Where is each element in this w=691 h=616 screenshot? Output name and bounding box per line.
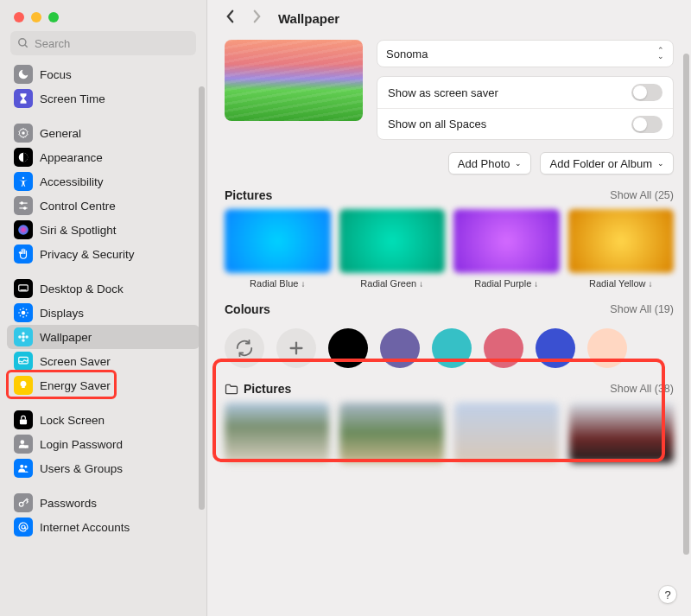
chevron-down-icon: ⌄	[657, 159, 664, 168]
screensaver-icon	[14, 352, 33, 371]
sidebar-item-wallpaper[interactable]: Wallpaper	[7, 325, 200, 349]
forward-button[interactable]	[251, 9, 263, 28]
sidebar-item-label: Focus	[40, 68, 72, 81]
main-scrollbar[interactable]	[683, 54, 689, 555]
show-screensaver-toggle[interactable]	[631, 84, 662, 101]
colours-title: Colours	[225, 302, 270, 316]
svg-line-1	[25, 45, 28, 48]
chevron-updown-icon: ⌃⌄	[657, 48, 664, 60]
folder-photo-thumbnail[interactable]	[339, 403, 444, 463]
svg-point-30	[20, 465, 23, 468]
sidebar-item-screen-saver[interactable]: Screen Saver	[7, 349, 200, 373]
folder-photo-thumbnail[interactable]	[569, 403, 674, 463]
minimize-window-button[interactable]	[31, 12, 41, 22]
topbar: Wallpaper	[207, 0, 691, 40]
pictures-folder-section: Pictures Show All (38)	[207, 382, 691, 477]
moon-icon	[14, 65, 33, 84]
close-window-button[interactable]	[14, 12, 24, 22]
bulb-icon	[14, 376, 33, 395]
svg-point-24	[18, 335, 22, 339]
sidebar-item-general[interactable]: General	[7, 121, 200, 145]
chevron-down-icon: ⌄	[515, 159, 522, 168]
sidebar-item-energy-saver[interactable]: Energy Saver	[7, 373, 200, 397]
folder-photo-thumbnail[interactable]	[454, 403, 559, 463]
svg-point-32	[19, 502, 23, 506]
thumbnail-label: Radial Yellow↓	[589, 278, 652, 289]
folder-photo-thumbnail[interactable]	[225, 403, 329, 463]
wallpaper-preview[interactable]	[225, 40, 363, 121]
pictures-folder-show-all[interactable]: Show All (38)	[610, 383, 674, 395]
sidebar-item-appearance[interactable]: Appearance	[7, 145, 200, 169]
colour-swatch[interactable]	[432, 328, 472, 368]
sidebar-item-passwords[interactable]: Passwords	[7, 491, 200, 515]
add-folder-button[interactable]: Add Folder or Album ⌄	[540, 152, 674, 175]
wallpaper-thumbnail[interactable]: Radial Yellow↓	[568, 209, 675, 289]
sidebar-item-login-password[interactable]: Login Password	[7, 432, 200, 456]
colours-show-all[interactable]: Show All (19)	[610, 303, 674, 315]
svg-point-12	[22, 311, 26, 315]
sidebar-item-desktop-dock[interactable]: Desktop & Dock	[7, 276, 200, 301]
svg-point-28	[21, 440, 25, 444]
colour-swatch[interactable]	[536, 328, 575, 368]
gear-icon	[14, 124, 33, 143]
shuffle-button[interactable]	[225, 328, 264, 368]
sidebar-item-control-centre[interactable]: Control Centre	[7, 194, 200, 218]
show-as-screensaver-row: Show as screen saver	[377, 77, 673, 108]
sidebar-item-internet-accounts[interactable]: Internet Accounts	[7, 515, 200, 539]
wallpaper-name: Sonoma	[386, 48, 428, 60]
sidebar-item-lock-screen[interactable]: Lock Screen	[7, 408, 200, 432]
back-button[interactable]	[225, 9, 236, 28]
add-photo-button[interactable]: Add Photo ⌄	[448, 152, 532, 175]
sidebar-item-label: Screen Time	[40, 92, 105, 105]
fullscreen-window-button[interactable]	[48, 12, 59, 22]
search-field[interactable]	[10, 31, 196, 55]
colour-swatch[interactable]	[484, 328, 523, 368]
colour-swatch[interactable]	[380, 328, 420, 368]
at-icon	[14, 518, 33, 537]
sidebar-item-label: Appearance	[40, 151, 103, 164]
svg-line-20	[26, 309, 27, 310]
colour-swatch[interactable]	[587, 328, 627, 368]
search-input[interactable]	[35, 37, 189, 50]
download-icon: ↓	[648, 279, 652, 289]
sidebar-item-label: Passwords	[40, 497, 97, 510]
sidebar-item-displays[interactable]: Displays	[7, 301, 200, 325]
thumbnail-label: Radial Green↓	[360, 278, 423, 289]
sidebar-item-label: Lock Screen	[40, 414, 105, 427]
sidebar-item-users-groups[interactable]: Users & Groups	[7, 456, 200, 480]
sidebar-item-privacy-security[interactable]: Privacy & Security	[7, 242, 200, 266]
wallpaper-thumbnail[interactable]: Radial Purple↓	[453, 209, 560, 289]
svg-rect-27	[20, 419, 27, 424]
sidebar-item-label: Energy Saver	[40, 379, 111, 392]
hero-section: Sonoma ⌃⌄ Show as screen saver Show on a…	[207, 40, 691, 152]
dock-icon	[14, 279, 33, 298]
sidebar-item-label: Wallpaper	[40, 331, 92, 344]
sidebar-item-label: Siri & Spotlight	[40, 224, 117, 237]
thumbnail-label: Radial Blue↓	[250, 278, 305, 289]
sidebar-scrollbar[interactable]	[199, 86, 205, 510]
sidebar: FocusScreen TimeGeneralAppearanceAccessi…	[0, 0, 207, 616]
flower-icon	[14, 327, 33, 346]
sidebar-item-siri-spotlight[interactable]: Siri & Spotlight	[7, 218, 200, 242]
wallpaper-thumbnail[interactable]: Radial Blue↓	[225, 209, 331, 289]
sidebar-item-focus[interactable]: Focus	[7, 62, 200, 86]
svg-point-2	[22, 131, 25, 135]
sidebar-item-screen-time[interactable]: Screen Time	[7, 86, 200, 111]
sidebar-item-label: Users & Groups	[40, 462, 123, 475]
svg-line-18	[26, 315, 27, 316]
folder-icon	[225, 384, 238, 395]
show-all-spaces-toggle[interactable]	[631, 116, 662, 133]
wallpaper-thumbnail[interactable]: Radial Green↓	[339, 209, 446, 289]
wallpaper-select[interactable]: Sonoma ⌃⌄	[377, 40, 674, 67]
colours-section: Colours Show All (19)	[207, 302, 691, 382]
colour-swatch[interactable]	[328, 328, 368, 368]
help-button[interactable]: ?	[658, 585, 677, 604]
hand-icon	[14, 244, 33, 264]
sidebar-item-accessibility[interactable]: Accessibility	[7, 169, 200, 194]
add-colour-button[interactable]	[276, 328, 316, 368]
pictures-show-all[interactable]: Show All (25)	[610, 189, 674, 201]
sidebar-item-label: Displays	[40, 307, 84, 320]
sidebar-item-label: Desktop & Dock	[40, 283, 124, 295]
add-buttons-row: Add Photo ⌄ Add Folder or Album ⌄	[207, 152, 691, 188]
lock-icon	[14, 410, 33, 429]
